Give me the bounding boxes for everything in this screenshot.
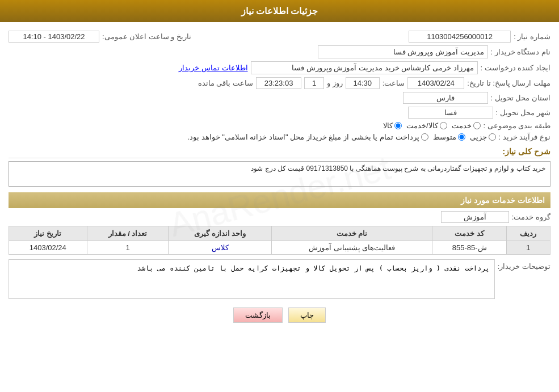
buyer-name-label: نام دستگاه خریدار :: [491, 48, 550, 56]
col-header-unit: واحد اندازه گیری: [169, 226, 271, 241]
process-radio-motavaset[interactable]: [458, 133, 465, 141]
buyer-notes-textarea[interactable]: پرداخت نقدی ( واریز بحساب ) پس از تحویل …: [9, 259, 495, 299]
row-name: فعالیت‌های پشتیبانی آموزش: [271, 241, 432, 255]
category-radio-khidmat[interactable]: [473, 122, 481, 129]
print-button[interactable]: چاپ: [288, 307, 326, 323]
deadline-days: 1: [304, 77, 324, 89]
deadline-time-label: ساعت:: [383, 79, 405, 87]
buyer-name-row: نام دستگاه خریدار : مدیریت آموزش وپرورش …: [9, 45, 550, 58]
process-radio-jozii[interactable]: [489, 133, 496, 141]
service-group-row: گروه خدمت: آموزش: [9, 211, 550, 223]
services-table-body: 1 ش-85-855 فعالیت‌های پشتیبانی آموزش کلا…: [9, 241, 550, 255]
description-value: خرید کتاب و لوازم و تجهیزات گفتاردرمانی …: [9, 161, 550, 187]
category-row: طبقه بندی موضوعی : خدمت کالا/خدمت کالا: [9, 121, 550, 130]
category-option-kala-khidmat[interactable]: کالا/خدمت: [406, 121, 447, 130]
city-row: شهر محل تحویل : فسا: [9, 107, 550, 119]
process-radio-asnad[interactable]: [421, 133, 428, 141]
deadline-time: 14:30: [346, 77, 380, 89]
content-area: شماره نیاز : 1103004256000012 تاریخ و سا…: [0, 22, 559, 331]
city-label: شهر محل تحویل :: [496, 108, 550, 117]
process-radio-group: جزیی متوسط پرداخت تمام یا بخشی از مبلغ خ…: [187, 133, 495, 141]
process-label-motavaset: متوسط: [433, 133, 456, 141]
need-number-row: شماره نیاز : 1103004256000012 تاریخ و سا…: [9, 31, 550, 43]
row-qty: 1: [87, 241, 169, 255]
process-label: نوع فرآیند خرید :: [499, 133, 550, 141]
deadline-remaining: 23:23:03: [256, 77, 301, 89]
description-label: شرح کلی نیاز:: [9, 147, 550, 158]
row-date: 1403/02/24: [9, 241, 87, 255]
services-header-row: ردیف کد خدمت نام خدمت واحد اندازه گیری ت…: [9, 226, 550, 241]
col-header-row: ردیف: [506, 226, 550, 241]
category-option-kala[interactable]: کالا: [383, 121, 402, 130]
back-button[interactable]: بازگشت: [233, 307, 283, 323]
buyer-notes-label: توضیحات خریدار:: [498, 262, 550, 271]
page-header: جزئیات اطلاعات نیاز: [0, 0, 559, 22]
city-value: فسا: [408, 107, 493, 119]
col-header-name: نام خدمت: [271, 226, 432, 241]
process-label-jozii: جزیی: [470, 133, 487, 141]
row-code: ش-85-855: [432, 241, 506, 255]
services-table: ردیف کد خدمت نام خدمت واحد اندازه گیری ت…: [9, 226, 550, 255]
description-section: شرح کلی نیاز: خرید کتاب و لوازم و تجهیزا…: [9, 147, 550, 187]
creator-label: ایجاد کننده درخواست :: [481, 64, 550, 72]
services-header: اطلاعات خدمات مورد نیاز: [9, 192, 550, 208]
category-option-khidmat[interactable]: خدمت: [452, 121, 481, 130]
need-number-label: شماره نیاز :: [514, 32, 550, 41]
action-buttons: چاپ بازگشت: [9, 307, 550, 323]
service-group-label: گروه خدمت:: [512, 213, 550, 221]
creator-value: مهرزاد خرمی کارشناس خرید مدیریت آموزش وپ…: [251, 61, 478, 74]
buyer-notes-section: توضیحات خریدار: پرداخت نقدی ( واریز بحسا…: [9, 259, 550, 299]
row-number: 1: [506, 241, 550, 255]
category-label-kala: کالا: [383, 121, 393, 130]
process-option-motavaset[interactable]: متوسط: [433, 133, 465, 141]
deadline-remaining-label: ساعت باقی مانده: [198, 79, 253, 87]
deadline-date: 1403/02/24: [407, 77, 464, 89]
page-wrapper: AnaRender.net جزئیات اطلاعات نیاز شماره …: [0, 0, 559, 392]
creator-row: ایجاد کننده درخواست : مهرزاد خرمی کارشنا…: [9, 61, 550, 74]
announce-label: تاریخ و ساعت اعلان عمومی:: [102, 32, 191, 41]
col-header-code: کد خدمت: [432, 226, 506, 241]
process-row: نوع فرآیند خرید : جزیی متوسط پرداخت تمام…: [9, 133, 550, 141]
category-radio-group: خدمت کالا/خدمت کالا: [383, 121, 481, 130]
category-label: طبقه بندی موضوعی :: [484, 121, 550, 130]
col-header-date: تاریخ نیاز: [9, 226, 87, 241]
buyer-name-value: مدیریت آموزش وپرورش فسا: [318, 45, 488, 58]
service-group-value: آموزش: [441, 211, 509, 223]
deadline-day-label: روز و: [327, 79, 343, 87]
province-label: استان محل تحویل :: [491, 94, 550, 102]
category-label-kala-khidmat: کالا/خدمت: [406, 121, 438, 130]
province-row: استان محل تحویل : فارس: [9, 92, 550, 104]
process-label-asnad: پرداخت تمام یا بخشی از مبلغ خریداز محل "…: [187, 133, 419, 141]
services-table-header: ردیف کد خدمت نام خدمت واحد اندازه گیری ت…: [9, 226, 550, 241]
need-number-value: 1103004256000012: [409, 31, 511, 43]
col-header-qty: تعداد / مقدار: [87, 226, 169, 241]
process-option-jozii[interactable]: جزیی: [470, 133, 496, 141]
creator-link[interactable]: اطلاعات تماس خریدار: [179, 64, 247, 72]
announce-value: 1403/02/22 - 14:10: [9, 31, 99, 43]
category-radio-kala-khidmat[interactable]: [440, 122, 447, 129]
province-value: فارس: [403, 92, 488, 104]
process-option-asnad[interactable]: پرداخت تمام یا بخشی از مبلغ خریداز محل "…: [187, 133, 428, 141]
table-row: 1 ش-85-855 فعالیت‌های پشتیبانی آموزش کلا…: [9, 241, 550, 255]
deadline-label: مهلت ارسال پاسخ: تا تاریخ:: [467, 79, 550, 87]
category-radio-kala[interactable]: [394, 122, 402, 129]
category-label-khidmat: خدمت: [452, 121, 472, 130]
deadline-row: مهلت ارسال پاسخ: تا تاریخ: 1403/02/24 سا…: [9, 77, 550, 89]
row-unit: کلاس: [169, 241, 271, 255]
page-title: جزئیات اطلاعات نیاز: [241, 6, 318, 16]
